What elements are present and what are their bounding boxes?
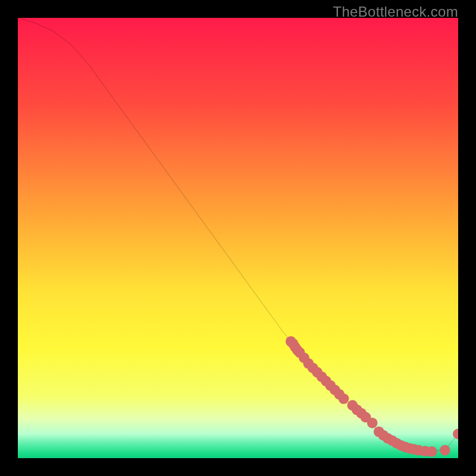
data-point [367,418,378,428]
data-point [440,445,450,456]
gradient-background [18,18,458,458]
chart-stage: TheBottleneck.com [0,0,476,476]
data-point [339,393,349,404]
data-point [427,446,437,457]
bottleneck-chart [18,18,458,458]
